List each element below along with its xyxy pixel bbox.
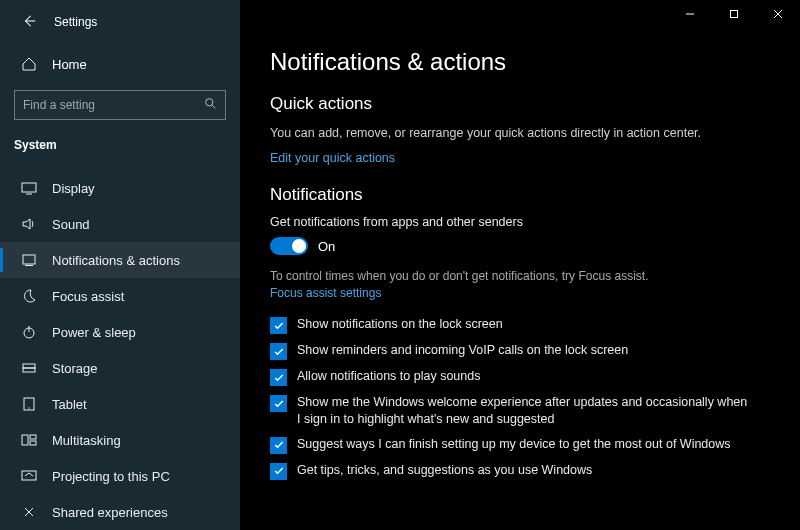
storage-icon [20, 360, 38, 376]
titlebar-controls [668, 0, 800, 28]
sidebar: Settings Home System DisplaySoundNotific… [0, 0, 240, 530]
svg-rect-4 [23, 255, 35, 264]
sidebar-item-label: Display [52, 181, 95, 196]
sidebar-item-projecting-to-this-pc[interactable]: Projecting to this PC [0, 458, 240, 494]
sidebar-item-label: Projecting to this PC [52, 469, 170, 484]
checkbox-label: Show reminders and incoming VoIP calls o… [297, 342, 628, 359]
checkbox-label: Show notifications on the lock screen [297, 316, 503, 333]
main-panel: Notifications & actions Quick actions Yo… [240, 0, 800, 530]
content: Notifications & actions Quick actions Yo… [240, 12, 800, 508]
sidebar-item-sound[interactable]: Sound [0, 206, 240, 242]
maximize-button[interactable] [712, 0, 756, 28]
notifications-toggle-state: On [318, 239, 335, 254]
sidebar-item-label: Multitasking [52, 433, 121, 448]
notifications-subhead: Get notifications from apps and other se… [270, 215, 770, 229]
power-icon [20, 324, 38, 340]
svg-point-0 [206, 99, 213, 106]
sidebar-item-focus-assist[interactable]: Focus assist [0, 278, 240, 314]
window-title: Settings [54, 15, 97, 29]
page-title: Notifications & actions [270, 48, 770, 76]
projecting-icon [20, 468, 38, 484]
share-icon [20, 504, 38, 520]
focus-assist-hint: To control times when you do or don't ge… [270, 269, 770, 283]
home-icon [20, 56, 38, 72]
display-icon [20, 180, 38, 196]
sound-icon [20, 216, 38, 232]
sidebar-item-label: Storage [52, 361, 98, 376]
sidebar-item-label: Tablet [52, 397, 87, 412]
sidebar-item-label: Sound [52, 217, 90, 232]
home-label: Home [52, 57, 87, 72]
checkbox-row: Get tips, tricks, and suggestions as you… [270, 462, 750, 480]
back-icon[interactable] [22, 14, 36, 30]
svg-rect-9 [23, 368, 35, 372]
sidebar-category: System [0, 130, 240, 170]
checkbox[interactable] [270, 437, 287, 454]
svg-rect-8 [23, 364, 35, 368]
sidebar-item-home[interactable]: Home [0, 46, 240, 82]
search-box[interactable] [14, 90, 226, 120]
svg-point-11 [28, 407, 29, 408]
checkbox-row: Show notifications on the lock screen [270, 316, 750, 334]
checkbox-row: Allow notifications to play sounds [270, 368, 750, 386]
checkbox-label: Suggest ways I can finish setting up my … [297, 436, 731, 453]
edit-quick-actions-link[interactable]: Edit your quick actions [270, 151, 395, 165]
sidebar-item-label: Focus assist [52, 289, 124, 304]
checkbox-row: Suggest ways I can finish setting up my … [270, 436, 750, 454]
svg-rect-15 [22, 471, 36, 480]
svg-rect-13 [30, 435, 36, 439]
sidebar-item-label: Notifications & actions [52, 253, 180, 268]
svg-line-1 [212, 105, 215, 108]
svg-rect-17 [731, 11, 738, 18]
search-input[interactable] [23, 98, 204, 112]
focus-assist-settings-link[interactable]: Focus assist settings [270, 286, 381, 300]
checkbox[interactable] [270, 395, 287, 412]
tablet-icon [20, 396, 38, 412]
notifications-toggle-row: On [270, 237, 770, 255]
checkbox-row: Show me the Windows welcome experience a… [270, 394, 750, 428]
svg-rect-5 [25, 265, 33, 266]
sidebar-item-multitasking[interactable]: Multitasking [0, 422, 240, 458]
sidebar-item-label: Power & sleep [52, 325, 136, 340]
checkbox[interactable] [270, 369, 287, 386]
sidebar-item-shared-experiences[interactable]: Shared experiences [0, 494, 240, 530]
sidebar-item-label: Shared experiences [52, 505, 168, 520]
sidebar-header: Settings [0, 6, 240, 40]
sidebar-item-tablet[interactable]: Tablet [0, 386, 240, 422]
sidebar-item-display[interactable]: Display [0, 170, 240, 206]
svg-rect-12 [22, 435, 28, 445]
moon-icon [20, 288, 38, 304]
bell-icon [20, 252, 38, 268]
multitask-icon [20, 432, 38, 448]
svg-rect-14 [30, 441, 36, 445]
checkbox-label: Get tips, tricks, and suggestions as you… [297, 462, 592, 479]
quick-actions-desc: You can add, remove, or rearrange your q… [270, 124, 710, 142]
checkbox[interactable] [270, 343, 287, 360]
search-icon [204, 97, 217, 113]
minimize-button[interactable] [668, 0, 712, 28]
sidebar-item-power-sleep[interactable]: Power & sleep [0, 314, 240, 350]
notifications-toggle[interactable] [270, 237, 308, 255]
checkbox[interactable] [270, 463, 287, 480]
checkbox[interactable] [270, 317, 287, 334]
notifications-heading: Notifications [270, 185, 770, 205]
sidebar-item-storage[interactable]: Storage [0, 350, 240, 386]
sidebar-item-notifications-actions[interactable]: Notifications & actions [0, 242, 240, 278]
svg-rect-2 [22, 183, 36, 192]
close-button[interactable] [756, 0, 800, 28]
checkbox-label: Allow notifications to play sounds [297, 368, 480, 385]
checkbox-row: Show reminders and incoming VoIP calls o… [270, 342, 750, 360]
quick-actions-heading: Quick actions [270, 94, 770, 114]
checkbox-label: Show me the Windows welcome experience a… [297, 394, 750, 428]
